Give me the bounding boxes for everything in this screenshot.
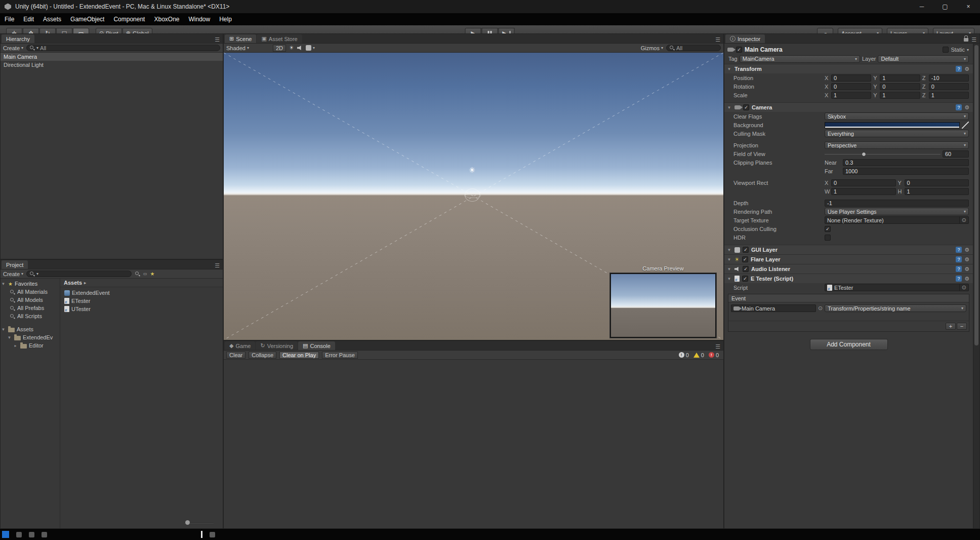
slider-thumb[interactable] <box>862 152 866 157</box>
scene-search-input[interactable]: All <box>666 45 721 51</box>
scene-viewport[interactable]: ☀ Camera Preview <box>224 53 723 340</box>
favorite-all-models[interactable]: All Models <box>1 296 60 304</box>
camera-enabled-checkbox[interactable]: ✓ <box>743 104 749 110</box>
gear-icon[interactable]: ⚙ <box>964 104 969 111</box>
help-icon[interactable]: ? <box>956 276 962 282</box>
project-zoom-slider[interactable] <box>184 520 214 525</box>
fold-icon[interactable]: ▼ <box>726 248 732 252</box>
script-object-field[interactable]: # ETester ⊙ <box>825 284 969 291</box>
camera-gizmo[interactable] <box>465 188 480 202</box>
clear-button[interactable]: Clear <box>226 352 246 359</box>
gameobject-name[interactable]: Main Camera <box>745 46 783 53</box>
collapse-button[interactable]: Collapse <box>249 352 276 359</box>
error-pause-button[interactable]: Error Pause <box>322 352 358 359</box>
help-icon[interactable]: ? <box>956 66 962 72</box>
object-picker-icon[interactable]: ⊙ <box>959 284 966 291</box>
fold-icon[interactable]: ▼ <box>726 277 732 281</box>
gear-icon[interactable]: ⚙ <box>964 247 969 253</box>
audio-listener-enabled-checkbox[interactable]: ✓ <box>743 266 749 272</box>
viewport-x-field[interactable]: 0 <box>831 179 896 186</box>
scene-lighting-icon[interactable]: ☀ <box>289 45 294 51</box>
tab-asset-store[interactable]: ▣ Asset Store <box>257 34 302 43</box>
error-filter-toggle[interactable]: ! 0 <box>709 352 719 358</box>
tab-scene[interactable]: ⊞ Scene <box>225 34 256 43</box>
panel-menu-icon[interactable]: ☰ <box>715 343 720 350</box>
menu-file[interactable]: File <box>0 13 19 25</box>
tab-versioning[interactable]: ↻ Versioning <box>256 341 298 350</box>
rendering-path-dropdown[interactable]: Use Player Settings ▾ <box>825 208 969 215</box>
fov-slider[interactable] <box>825 151 941 157</box>
rotation-y-field[interactable]: 0 <box>880 83 920 90</box>
camera-component-header[interactable]: ▼ ✓ Camera ? ⚙ <box>724 102 973 112</box>
event-target-field[interactable]: Main Camera <box>731 304 816 312</box>
tree-item-extendedev[interactable]: ▼ ExtendedEv <box>1 333 60 341</box>
gear-icon[interactable]: ⚙ <box>964 276 969 282</box>
fold-icon[interactable]: ▼ <box>726 257 732 262</box>
scale-y-field[interactable]: 1 <box>880 92 920 99</box>
audio-listener-component-header[interactable]: ▼ ✓ Audio Listener ? ⚙ <box>724 264 973 274</box>
fold-icon[interactable]: ▼ <box>726 67 732 71</box>
menu-gameobject[interactable]: GameObject <box>66 13 109 25</box>
help-icon[interactable]: ? <box>956 256 962 262</box>
file-extendedevent[interactable]: ExtendedEvent <box>64 289 223 297</box>
scale-z-field[interactable]: 1 <box>929 92 969 99</box>
panel-menu-icon[interactable]: ☰ <box>971 36 976 43</box>
scene-audio-icon[interactable] <box>297 46 303 50</box>
inspector-scrollbar[interactable] <box>973 44 979 528</box>
file-etester[interactable]: # ETester <box>64 297 223 305</box>
viewport-y-field[interactable]: 0 <box>905 179 969 186</box>
position-x-field[interactable]: 0 <box>831 74 871 82</box>
warning-filter-toggle[interactable]: 0 <box>693 352 704 358</box>
gear-icon[interactable]: ⚙ <box>964 266 969 273</box>
search-by-label-icon[interactable]: ▭ <box>143 272 147 276</box>
position-y-field[interactable]: 1 <box>880 74 920 82</box>
help-icon[interactable]: ? <box>956 104 962 110</box>
taskbar-icon[interactable] <box>16 532 22 537</box>
tab-console[interactable]: ▤ Console <box>298 341 335 350</box>
tag-dropdown[interactable]: MainCamera ▾ <box>740 55 860 63</box>
object-picker-icon[interactable]: ⊙ <box>959 217 966 223</box>
hierarchy-item-main-camera[interactable]: Main Camera <box>1 53 223 61</box>
etester-component-header[interactable]: ▼ # ✓ E Tester (Script) ? ⚙ <box>724 274 973 283</box>
scale-x-field[interactable]: 1 <box>831 92 871 99</box>
minimize-button[interactable]: ─ <box>910 0 933 13</box>
tree-item-assets[interactable]: ▼ Assets <box>1 325 60 333</box>
object-picker-icon[interactable]: ⊙ <box>818 305 823 312</box>
console-log-area[interactable] <box>224 360 723 528</box>
fold-icon[interactable]: ▼ <box>726 105 732 110</box>
hierarchy-create-dropdown[interactable]: Create ▾ <box>3 45 23 51</box>
clear-flags-dropdown[interactable]: Skybox ▾ <box>825 112 969 120</box>
chevron-down-icon[interactable]: ▾ <box>967 48 969 52</box>
tab-project[interactable]: Project <box>2 260 28 269</box>
rotation-x-field[interactable]: 0 <box>831 83 871 90</box>
favorite-all-prefabs[interactable]: All Prefabs <box>1 304 60 312</box>
far-clip-field[interactable]: 1000 <box>843 168 969 175</box>
clear-on-play-button[interactable]: Clear on Play <box>279 352 319 359</box>
layer-dropdown[interactable]: Default ▾ <box>878 55 969 63</box>
gear-icon[interactable]: ⚙ <box>964 66 969 72</box>
taskbar-icon[interactable] <box>210 532 215 537</box>
help-icon[interactable]: ? <box>956 247 962 253</box>
favorite-all-scripts[interactable]: All Scripts <box>1 312 60 320</box>
scene-effects-dropdown[interactable]: ▾ <box>306 45 315 51</box>
target-texture-field[interactable]: None (Render Texture) ⊙ <box>825 216 969 224</box>
gui-layer-component-header[interactable]: ▼ ✓ GUI Layer ? ⚙ <box>724 245 973 254</box>
transform-component-header[interactable]: ▼ Transform ? ⚙ <box>724 64 973 73</box>
project-search-input[interactable]: ▾ <box>26 271 132 277</box>
menu-window[interactable]: Window <box>184 13 215 25</box>
tab-hierarchy[interactable]: Hierarchy <box>2 34 34 43</box>
culling-mask-dropdown[interactable]: Everything ▾ <box>825 130 969 137</box>
panel-menu-icon[interactable]: ☰ <box>215 262 220 269</box>
hierarchy-search-input[interactable]: ▾ All <box>26 45 220 51</box>
taskbar-icon[interactable] <box>42 532 47 537</box>
project-create-dropdown[interactable]: Create ▾ <box>3 271 23 277</box>
taskbar-start-icon[interactable] <box>2 531 9 538</box>
menu-component[interactable]: Component <box>109 13 149 25</box>
near-clip-field[interactable]: 0.3 <box>843 159 969 166</box>
close-button[interactable]: × <box>957 0 980 13</box>
lock-icon[interactable] <box>964 38 968 42</box>
info-filter-toggle[interactable]: ! 0 <box>679 352 689 358</box>
projection-dropdown[interactable]: Perspective ▾ <box>825 141 969 149</box>
menu-help[interactable]: Help <box>215 13 236 25</box>
viewport-h-field[interactable]: 1 <box>905 188 969 195</box>
